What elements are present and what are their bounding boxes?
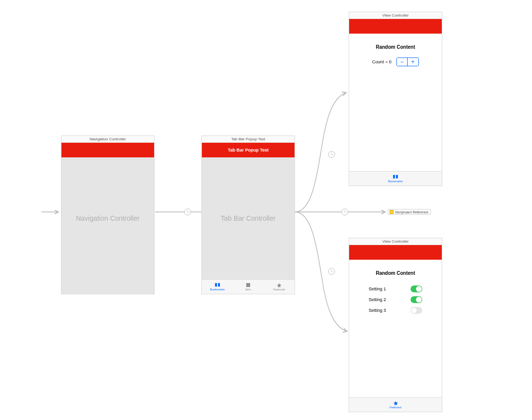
scene-title: Navigation Controller: [61, 136, 154, 143]
nav-bar: [349, 19, 442, 34]
setting-row-2: Setting 2: [369, 294, 422, 305]
setting-row-1: Setting 1: [369, 284, 422, 294]
tab-label: Item: [245, 288, 251, 291]
star-icon: [393, 401, 398, 405]
tab-label: Bookmarks: [388, 180, 403, 183]
tab-bar: Bookmarks Item Featured: [202, 279, 295, 294]
scene-title: Tab Bar Popup Test: [202, 136, 295, 143]
tab-item-bookmarks[interactable]: Bookmarks: [202, 280, 233, 294]
setting-label: Setting 3: [369, 308, 386, 313]
content-heading: Random Content: [376, 270, 415, 276]
tab-item-item[interactable]: Item: [233, 280, 263, 294]
tab-bar: Bookmarks: [349, 171, 442, 186]
segue-badge[interactable]: [328, 151, 335, 158]
scene-title: View Controller: [349, 12, 442, 19]
scene-view-controller-2[interactable]: View Controller Random Content Setting 1…: [349, 238, 442, 412]
scene-view-controller-1[interactable]: View Controller Random Content Count = 0…: [349, 12, 442, 186]
setting-row-3: Setting 3: [369, 305, 422, 316]
tab-item-featured[interactable]: Featured: [349, 398, 442, 412]
tab-label: Featured: [273, 288, 285, 291]
segue-badge[interactable]: [341, 209, 348, 215]
count-label: Count = 0: [372, 59, 391, 64]
nav-title: Tab Bar Popup Test: [228, 148, 269, 153]
count-row: Count = 0 − +: [372, 57, 418, 66]
scene-tab-bar-controller[interactable]: Tab Bar Popup Test Tab Bar Popup Test Ta…: [201, 135, 295, 294]
content-heading: Random Content: [376, 44, 415, 50]
switch-setting-1[interactable]: [411, 286, 422, 292]
stepper-minus-button[interactable]: −: [397, 58, 408, 66]
nav-bar: [61, 143, 154, 157]
tab-bar: Featured: [349, 397, 442, 412]
switch-setting-2[interactable]: [411, 296, 422, 303]
placeholder-label: Tab Bar Controller: [221, 214, 276, 222]
storyboard-reference[interactable]: Storyboard Reference: [388, 209, 431, 215]
tab-label: Bookmarks: [210, 288, 225, 291]
bookmarks-icon: [215, 283, 220, 287]
square-icon: [245, 283, 251, 287]
bookmarks-icon: [393, 174, 398, 179]
stepper[interactable]: − +: [396, 57, 419, 66]
svg-rect-0: [246, 283, 250, 287]
stepper-plus-button[interactable]: +: [408, 58, 418, 66]
switch-setting-3[interactable]: [411, 307, 422, 314]
tab-label: Featured: [390, 406, 401, 409]
tab-item-bookmarks[interactable]: Bookmarks: [349, 172, 442, 186]
nav-bar: [349, 245, 442, 260]
storyboard-canvas[interactable]: Navigation Controller Navigation Control…: [0, 0, 532, 420]
nav-bar: Tab Bar Popup Test: [202, 143, 295, 157]
scene-navigation-controller[interactable]: Navigation Controller Navigation Control…: [61, 135, 155, 294]
setting-label: Setting 1: [369, 286, 386, 291]
star-icon: [276, 283, 282, 287]
setting-label: Setting 2: [369, 297, 386, 302]
tab-item-featured[interactable]: Featured: [264, 280, 295, 294]
placeholder-label: Navigation Controller: [76, 214, 140, 222]
scene-title: View Controller: [349, 238, 442, 245]
storyboard-reference-label: Storyboard Reference: [395, 210, 428, 214]
segue-badge[interactable]: [184, 209, 191, 215]
segue-badge[interactable]: [328, 268, 335, 275]
storyboard-icon: [390, 210, 394, 214]
